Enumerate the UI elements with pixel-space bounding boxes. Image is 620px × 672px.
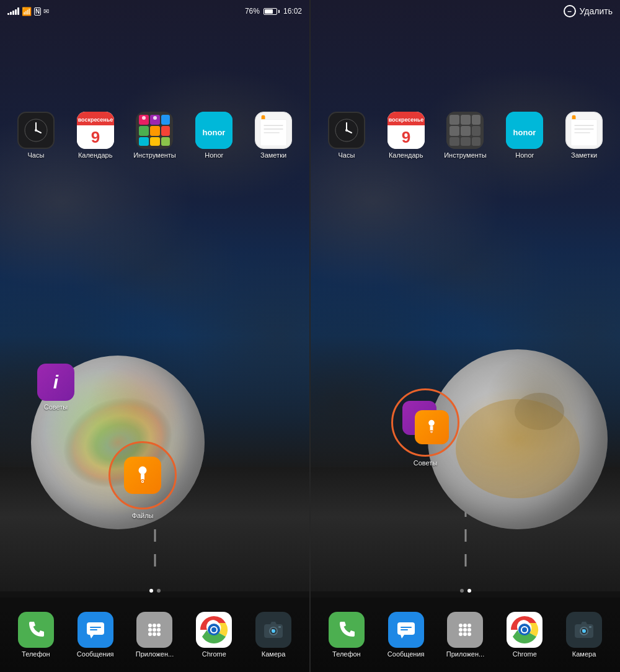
svg-rect-16	[150, 126, 160, 136]
dock-messages-left[interactable]: Сообщения	[71, 612, 120, 658]
status-left: 📶 N ✉	[7, 7, 49, 16]
notification-icon: ✉	[43, 7, 49, 16]
chrome-icon-right[interactable]	[507, 612, 542, 648]
sovety-app-left[interactable]: i Советы	[37, 364, 74, 411]
apps-icon-left[interactable]	[136, 612, 172, 648]
info-icon-left[interactable]: i	[37, 364, 74, 401]
svg-point-46	[153, 632, 156, 636]
svg-point-44	[157, 628, 161, 632]
svg-point-98	[463, 624, 467, 627]
right-screen: – Удалить Часы	[311, 0, 620, 672]
delete-button[interactable]: – Удалить	[564, 5, 613, 17]
svg-rect-58	[278, 626, 281, 628]
svg-rect-73	[461, 115, 471, 125]
svg-rect-15	[139, 126, 149, 136]
dock-camera-right[interactable]: Камера	[559, 612, 609, 658]
svg-point-40	[153, 624, 156, 627]
svg-rect-93	[397, 622, 415, 635]
app-tools-left[interactable]: Инструменты	[130, 112, 179, 159]
svg-rect-95	[401, 627, 412, 628]
camera-icon-left[interactable]	[255, 612, 291, 648]
notes-label-right: Заметки	[571, 151, 597, 159]
svg-point-97	[459, 624, 463, 627]
svg-rect-35	[87, 622, 104, 635]
svg-point-105	[467, 632, 471, 636]
clock-label-left: Часы	[27, 151, 44, 159]
app-notes-left[interactable]: Заметки	[249, 112, 298, 159]
svg-point-110	[522, 627, 527, 632]
calendar-icon-right[interactable]: воскресенье 9	[388, 112, 425, 149]
app-honor-right[interactable]: honor Honor	[500, 112, 549, 159]
svg-point-31	[139, 467, 146, 474]
dock-phone-right[interactable]: Телефон	[322, 612, 371, 658]
tools-label-right: Инструменты	[444, 151, 487, 159]
app-clock-left[interactable]: Часы	[11, 112, 61, 159]
app-clock-right[interactable]: Часы	[322, 112, 371, 159]
app-tools-right[interactable]: Инструменты	[440, 112, 490, 159]
notes-icon-left[interactable]	[255, 112, 292, 149]
app-calendar-left[interactable]: воскресенье 9 Календарь	[71, 112, 120, 159]
nfc-icon: N	[34, 7, 41, 16]
faily-app-left[interactable]: Файлы	[108, 441, 177, 520]
honor-label-right: Honor	[515, 151, 534, 159]
messages-icon-left[interactable]	[78, 612, 113, 648]
delete-label[interactable]: Удалить	[580, 6, 613, 16]
apps-icon-right[interactable]	[447, 612, 483, 648]
messages-icon-right[interactable]	[388, 612, 424, 648]
phone-icon-right[interactable]	[329, 612, 365, 648]
camera-label-right: Камера	[572, 650, 596, 658]
calendar-icon-left[interactable]: воскресенье 9	[77, 112, 114, 149]
svg-point-47	[157, 632, 161, 636]
honor-icon-right[interactable]: honor	[506, 112, 543, 149]
status-bar-left: 📶 N ✉ 76% 16:02	[0, 0, 309, 22]
svg-rect-74	[472, 115, 480, 125]
svg-point-60	[515, 393, 564, 430]
app-row-left: Часы воскресенье 9 Календарь	[0, 112, 309, 159]
dot-1-left	[149, 589, 153, 593]
svg-point-21	[142, 116, 146, 120]
svg-text:honor: honor	[203, 128, 226, 137]
svg-point-92	[431, 432, 432, 433]
notes-icon-right[interactable]	[565, 112, 603, 149]
files-front-icon	[415, 410, 449, 444]
app-calendar-right[interactable]: воскресенье 9 Календарь	[381, 112, 431, 159]
svg-text:9: 9	[91, 128, 99, 146]
app-row-right: Часы воскресенье 9 Календарь	[311, 112, 620, 159]
apps-label-left: Приложен...	[136, 650, 174, 658]
dock-apps-left[interactable]: Приложен...	[130, 612, 179, 658]
left-screen: 📶 N ✉ 76% 16:02	[0, 0, 309, 672]
combined-app-right[interactable]: i Советы	[391, 388, 459, 467]
dock-phone-left[interactable]: Телефон	[11, 612, 61, 658]
svg-rect-75	[450, 126, 459, 136]
tools-icon-right[interactable]	[446, 112, 484, 149]
phone-icon-left[interactable]	[18, 612, 54, 648]
app-honor-left[interactable]: honor Honor	[189, 112, 239, 159]
messages-label-right: Сообщения	[388, 650, 425, 658]
svg-rect-79	[461, 137, 471, 146]
tools-icon-left[interactable]	[136, 112, 173, 149]
battery-percent: 76%	[245, 7, 260, 16]
delete-icon[interactable]: –	[564, 5, 576, 17]
chrome-label-left: Chrome	[202, 650, 226, 658]
dock-camera-left[interactable]: Камера	[249, 612, 298, 658]
dock-apps-right[interactable]: Приложен...	[440, 612, 490, 658]
files-icon-left[interactable]	[124, 457, 161, 494]
dock-left: Телефон Сообщения	[0, 598, 309, 672]
dot-2-left	[157, 589, 161, 593]
chrome-icon-left[interactable]	[196, 612, 232, 648]
clock-icon-left[interactable]	[17, 112, 55, 149]
dock-chrome-left[interactable]: Chrome	[189, 612, 239, 658]
svg-rect-72	[450, 115, 459, 125]
dock-messages-right[interactable]: Сообщения	[381, 612, 431, 658]
app-notes-right[interactable]: Заметки	[559, 112, 609, 159]
honor-label-left: Honor	[205, 151, 223, 159]
phone-label-left: Телефон	[22, 650, 50, 658]
combined-label-right: Советы	[414, 459, 437, 467]
camera-icon-right[interactable]	[566, 612, 602, 648]
honor-icon-left[interactable]: honor	[195, 112, 232, 149]
svg-point-45	[148, 632, 152, 636]
svg-point-103	[459, 632, 463, 636]
clock-icon-right[interactable]	[328, 112, 365, 149]
dock-chrome-right[interactable]: Chrome	[500, 612, 549, 658]
svg-point-34	[142, 481, 143, 482]
